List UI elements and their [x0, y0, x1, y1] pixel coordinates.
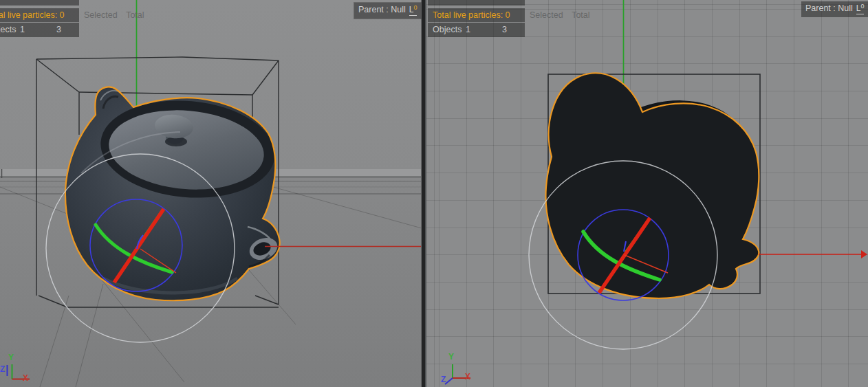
parent-badge-label-left: Parent : Null	[358, 5, 406, 14]
hud-particles-label-right: Total live particles: 0	[433, 11, 510, 20]
hud-emitters-left: Number of emitters: 0	[0, 0, 79, 5]
hud-objects-total-left: 3	[56, 25, 61, 34]
hud-particles-right: Total live particles: 0	[428, 8, 525, 22]
axis-z-label-left: Z	[0, 365, 5, 373]
world-x-axis-line-right	[759, 250, 867, 258]
hud-ghost-headers-right: Selected Total	[530, 11, 590, 20]
hud-particles-label-left: Total live particles: 0	[0, 11, 65, 20]
x-axis-arrowhead	[861, 250, 867, 258]
axis-x-label-left: X	[23, 374, 28, 382]
hud-emitters-label-right: Number of emitters: 0	[433, 0, 515, 1]
hud-objects-label-right: Objects	[433, 25, 462, 34]
hud-objects-right: Objects 1 3	[428, 23, 525, 37]
axis-y-label-left: Y	[8, 353, 14, 362]
hud-emitters-right: Number of emitters: 0	[428, 0, 525, 5]
axis-triad-left	[0, 353, 41, 387]
hud-objects-selected-right: 1	[466, 25, 470, 34]
axis-x-label-right: X	[465, 373, 470, 381]
parent-badge-left: Parent : NullL0	[354, 2, 422, 19]
hud-objects-total-right: 3	[502, 25, 507, 34]
hud-emitters-label-left: Number of emitters: 0	[0, 0, 69, 1]
scene-left-shaded-teapot	[0, 0, 421, 387]
axis-y-label-right: Y	[448, 353, 454, 361]
teapot-shaded[interactable]	[65, 87, 281, 300]
parent-badge-right: Parent : NullL0	[801, 1, 868, 17]
hud-objects-left: Objects 1 3	[0, 23, 79, 37]
scene-right-wireframe-teapot	[426, 0, 868, 387]
axis-z-label-right: Z	[441, 375, 446, 384]
hud-particles-left: Total live particles: 0	[0, 8, 79, 22]
viewport-stage: Number of emitters: 0 Selected Total Tot…	[0, 0, 868, 387]
teapot-wireframe[interactable]	[545, 73, 761, 298]
hud-objects-selected-left: 1	[20, 25, 25, 34]
hud-objects-label-left: Objects	[0, 25, 16, 34]
hud-ghost-headers-left: Selected Total	[84, 11, 144, 20]
parent-badge-label-right: Parent : Null	[805, 3, 853, 13]
null-object-icon-right: L0	[856, 4, 865, 14]
null-object-icon: L0	[409, 5, 417, 16]
viewport-divider[interactable]	[421, 0, 426, 387]
